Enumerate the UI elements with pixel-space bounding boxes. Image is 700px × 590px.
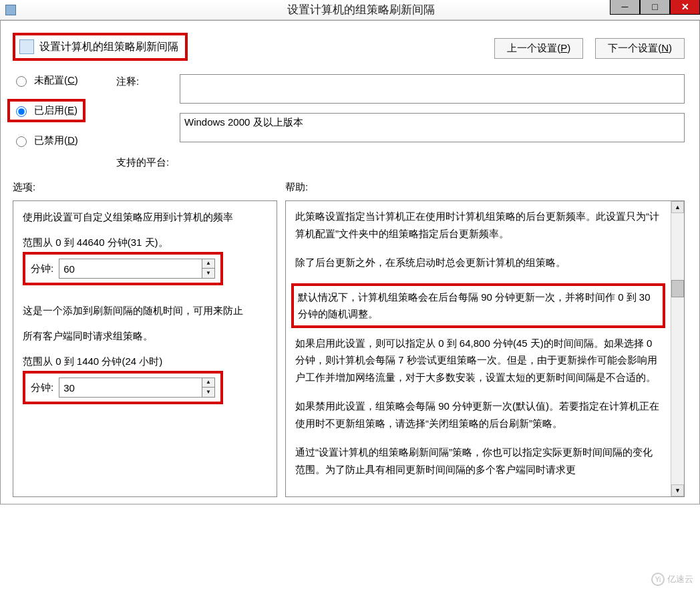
help-p1: 此策略设置指定当计算机正在使用时计算机组策略的后台更新频率。此设置只为“计算机配… <box>295 208 661 242</box>
offset-spinner: ▲ ▼ <box>59 378 215 398</box>
comment-textarea[interactable] <box>180 74 685 104</box>
radio-enabled[interactable]: 已启用(E) <box>13 104 77 117</box>
help-p5: 通过“设置计算机的组策略刷新间隔”策略，你也可以指定实际更新时间间隔的变化范围。… <box>295 444 661 478</box>
offset-minutes-label: 分钟: <box>31 380 53 396</box>
offset-down-button[interactable]: ▼ <box>202 388 214 397</box>
help-section-label: 帮助: <box>285 181 308 194</box>
scroll-thumb[interactable] <box>671 280 684 297</box>
interval-spinner-box: 分钟: ▲ ▼ <box>23 252 223 285</box>
supported-platform-textarea[interactable]: Windows 2000 及以上版本 <box>180 113 685 142</box>
policy-title-box: 设置计算机的组策略刷新间隔 <box>13 33 188 61</box>
offset-input[interactable] <box>59 378 202 398</box>
window-title: 设置计算机的组策略刷新间隔 <box>21 2 700 17</box>
previous-setting-button[interactable]: 上一个设置(P) <box>494 38 583 59</box>
radio-enabled-highlight: 已启用(E) <box>7 99 85 122</box>
comment-label: 注释: <box>116 76 180 88</box>
field-inputs: Windows 2000 及以上版本 <box>180 74 685 142</box>
interval-minutes-label: 分钟: <box>31 261 53 277</box>
options-range1: 范围从 0 到 44640 分钟(31 天)。 <box>23 235 267 251</box>
help-panel: 此策略设置指定当计算机正在使用时计算机组策略的后台更新频率。此设置只为“计算机配… <box>285 200 685 497</box>
help-p3: 如果启用此设置，则可以指定从 0 到 64,800 分钟(45 天)的时间间隔。… <box>295 335 661 386</box>
options-section-label: 选项: <box>13 181 285 194</box>
config-row: 未配置(C) 已启用(E) 已禁用(D) 注释: 支持的平台: Windows … <box>13 74 685 169</box>
panels: 使用此设置可自定义组策略应用到计算机的频率 范围从 0 到 44640 分钟(3… <box>13 200 685 497</box>
help-scrollbar[interactable]: ▲ ▼ <box>671 201 684 496</box>
radio-disabled[interactable]: 已禁用(D) <box>13 134 116 147</box>
section-labels: 选项: 帮助: <box>13 181 685 194</box>
offset-spinner-box: 分钟: ▲ ▼ <box>23 371 223 404</box>
interval-down-button[interactable]: ▼ <box>202 269 214 278</box>
minimize-button[interactable]: ─ <box>610 0 640 15</box>
scroll-up-arrow[interactable]: ▲ <box>671 201 684 213</box>
offset-spinner-buttons: ▲ ▼ <box>202 378 215 398</box>
state-radios: 未配置(C) 已启用(E) 已禁用(D) <box>13 74 116 159</box>
interval-up-button[interactable]: ▲ <box>202 259 214 269</box>
help-content: 此策略设置指定当计算机正在使用时计算机组策略的后台更新频率。此设置只为“计算机配… <box>286 201 671 496</box>
help-highlight-box: 默认情况下，计算机组策略会在后台每隔 90 分钟更新一次，并将时间作 0 到 3… <box>291 283 665 328</box>
policy-editor-icon <box>19 39 34 54</box>
interval-spinner-buttons: ▲ ▼ <box>202 259 215 279</box>
interval-spinner: ▲ ▼ <box>59 259 215 279</box>
options-panel: 使用此设置可自定义组策略应用到计算机的频率 范围从 0 到 44640 分钟(3… <box>13 200 277 497</box>
header-row: 设置计算机的组策略刷新间隔 上一个设置(P) 下一个设置(N) <box>13 33 685 61</box>
close-button[interactable]: ✕ <box>670 0 700 15</box>
scroll-down-arrow[interactable]: ▼ <box>671 484 684 496</box>
options-range2: 范围从 0 到 1440 分钟(24 小时) <box>23 353 267 370</box>
options-random-line2: 所有客户端同时请求组策略。 <box>23 328 267 344</box>
nav-buttons: 上一个设置(P) 下一个设置(N) <box>494 38 685 59</box>
radio-disabled-input[interactable] <box>16 136 27 147</box>
scroll-track[interactable] <box>671 297 684 484</box>
help-p4: 如果禁用此设置，组策略会每隔 90 分钟更新一次(默认值)。若要指定在计算机正在… <box>295 398 661 432</box>
radio-not-configured[interactable]: 未配置(C) <box>13 74 116 87</box>
offset-up-button[interactable]: ▲ <box>202 378 214 388</box>
help-p2: 除了后台更新之外，在系统启动时总会更新计算机的组策略。 <box>295 254 661 271</box>
field-labels: 注释: 支持的平台: <box>116 74 180 169</box>
interval-input[interactable] <box>59 259 202 279</box>
window-controls: ─ □ ✕ <box>610 0 700 15</box>
radio-enabled-input[interactable] <box>16 106 27 117</box>
help-highlight-text: 默认情况下，计算机组策略会在后台每隔 90 分钟更新一次，并将时间作 0 到 3… <box>298 291 651 320</box>
policy-title-text: 设置计算机的组策略刷新间隔 <box>39 40 178 54</box>
app-icon <box>5 5 16 15</box>
options-intro: 使用此设置可自定义组策略应用到计算机的频率 <box>23 209 267 225</box>
options-random-intro: 这是一个添加到刷新间隔的随机时间，可用来防止 <box>23 303 267 319</box>
titlebar: 设置计算机的组策略刷新间隔 ─ □ ✕ <box>0 0 700 20</box>
next-setting-button[interactable]: 下一个设置(N) <box>595 38 685 59</box>
supported-label: 支持的平台: <box>116 156 180 169</box>
dialog-client: 设置计算机的组策略刷新间隔 上一个设置(P) 下一个设置(N) 未配置(C) 已… <box>0 20 700 504</box>
radio-not-configured-input[interactable] <box>16 76 27 87</box>
maximize-button[interactable]: □ <box>640 0 670 15</box>
